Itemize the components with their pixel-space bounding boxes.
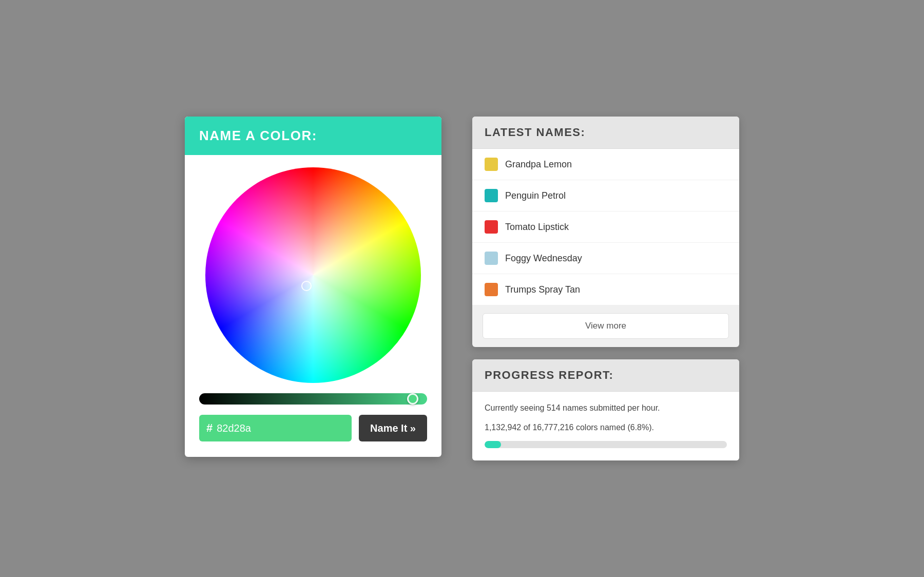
rate-text: Currently seeing 514 names submitted per…: [485, 402, 727, 414]
color-swatch: [485, 158, 498, 171]
latest-names-title: LATEST NAMES:: [485, 126, 727, 139]
color-wheel-wrapper[interactable]: [205, 167, 421, 383]
brightness-slider[interactable]: [199, 393, 427, 405]
hex-hash-symbol: #: [206, 421, 213, 435]
hex-input[interactable]: [217, 422, 344, 434]
color-swatch: [485, 220, 498, 234]
color-swatch: [485, 189, 498, 202]
color-card-body: # Name It »: [185, 155, 441, 457]
progress-report-title: PROGRESS REPORT:: [485, 369, 727, 382]
progress-report-panel: PROGRESS REPORT: Currently seeing 514 na…: [472, 359, 739, 460]
color-name: Penguin Petrol: [505, 190, 566, 201]
color-wheel[interactable]: [205, 167, 421, 383]
latest-names-header: LATEST NAMES:: [472, 117, 739, 149]
color-name: Grandpa Lemon: [505, 159, 572, 170]
latest-names-panel: LATEST NAMES: Grandpa LemonPenguin Petro…: [472, 117, 739, 347]
latest-names-list: Grandpa LemonPenguin PetrolTomato Lipsti…: [472, 149, 739, 305]
list-item: Penguin Petrol: [472, 180, 739, 211]
color-card: NAME A COLOR: # Name It »: [185, 117, 441, 457]
progress-body: Currently seeing 514 names submitted per…: [472, 392, 739, 460]
right-column: LATEST NAMES: Grandpa LemonPenguin Petro…: [472, 117, 739, 460]
list-item: Tomato Lipstick: [472, 211, 739, 243]
main-container: NAME A COLOR: # Name It »: [185, 117, 739, 460]
color-swatch: [485, 252, 498, 265]
color-input-row: # Name It »: [199, 415, 427, 441]
name-it-button[interactable]: Name It »: [359, 415, 427, 441]
color-name: Foggy Wednesday: [505, 253, 582, 264]
hex-input-wrap[interactable]: #: [199, 415, 352, 441]
progress-bar-fill: [485, 441, 501, 448]
progress-report-header: PROGRESS REPORT:: [472, 359, 739, 392]
color-name: Tomato Lipstick: [505, 222, 569, 233]
list-item: Grandpa Lemon: [472, 149, 739, 180]
brightness-track: [199, 393, 427, 405]
progress-bar-track: [485, 441, 727, 448]
color-card-header: NAME A COLOR:: [185, 117, 441, 155]
color-card-title: NAME A COLOR:: [199, 128, 427, 144]
color-name: Trumps Spray Tan: [505, 284, 580, 295]
color-swatch: [485, 283, 498, 296]
list-item: Trumps Spray Tan: [472, 274, 739, 305]
brightness-thumb: [407, 393, 418, 405]
view-more-button[interactable]: View more: [483, 313, 729, 339]
list-item: Foggy Wednesday: [472, 243, 739, 274]
progress-count-text: 1,132,942 of 16,777,216 colors named (6.…: [485, 421, 727, 434]
